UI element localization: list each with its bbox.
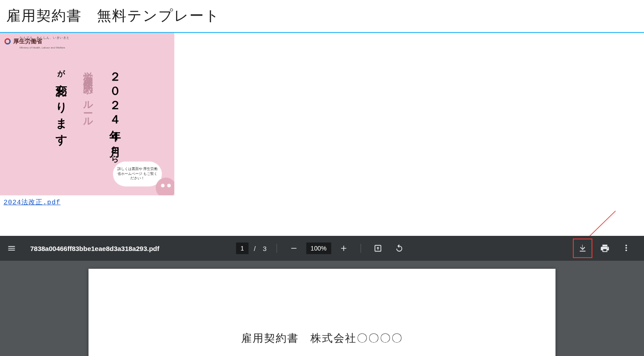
pdf-viewer: 7838a00466ff83bbe1eae8d3a318a293.pdf / 3	[0, 236, 644, 356]
toolbar-center: / 3	[236, 239, 408, 257]
thumbnail-area: 厚生労働省 なんでも、あんしん、いきいきと Ministry of Health…	[0, 33, 644, 206]
more-vert-icon	[621, 243, 631, 253]
speech-bubble: 詳しくは裏面や 厚生労働省ホームページ もご覧ください！	[113, 162, 162, 186]
zoom-in-button[interactable]	[334, 239, 352, 257]
page-title: 雇用契約書 無料テンプレート	[0, 0, 644, 33]
menu-icon	[7, 244, 16, 253]
pdf-download-link[interactable]: 2024法改正.pdf	[4, 198, 60, 206]
more-button[interactable]	[617, 239, 635, 257]
document-title: 雇用契約書 株式会社〇〇〇〇	[89, 331, 555, 345]
rotate-icon	[394, 244, 403, 253]
divider	[276, 244, 277, 253]
zoom-out-button[interactable]	[285, 239, 302, 257]
ministry-subtitle-en: Ministry of Health, Labour and Welfare	[20, 46, 65, 49]
zoom-in-icon	[339, 244, 348, 253]
page-separator: /	[254, 245, 256, 252]
zoom-display[interactable]	[306, 243, 331, 254]
download-highlight	[573, 239, 592, 258]
mascot-icon	[156, 178, 174, 195]
menu-button[interactable]	[3, 239, 20, 257]
fit-page-icon	[373, 244, 382, 253]
print-icon	[600, 243, 610, 253]
rule-column: 労働条件明示のルール	[81, 64, 95, 124]
mhlw-logo-icon	[4, 37, 12, 45]
pdf-filename: 7838a00466ff83bbe1eae8d3a318a293.pdf	[30, 245, 159, 252]
download-button[interactable]	[574, 239, 592, 257]
page-total: 3	[263, 245, 266, 252]
download-icon	[578, 243, 588, 253]
pdf-page: 雇用契約書 株式会社〇〇〇〇	[89, 269, 555, 356]
divider	[360, 244, 361, 253]
page-number-input[interactable]	[236, 243, 249, 254]
ministry-tagline: なんでも、あんしん、いきいきと	[20, 36, 70, 40]
pdf-page-area[interactable]: 雇用契約書 株式会社〇〇〇〇	[0, 261, 644, 356]
print-button[interactable]	[596, 239, 614, 257]
vertical-headline: ２０２４年４月から 労働条件明示のルール が変わります	[53, 64, 123, 159]
year-column: ２０２４年４月から	[107, 64, 123, 159]
fit-page-button[interactable]	[369, 239, 386, 257]
pdf-toolbar: 7838a00466ff83bbe1eae8d3a318a293.pdf / 3	[0, 236, 644, 261]
zoom-out-icon	[289, 244, 298, 253]
pdf-thumbnail[interactable]: 厚生労働省 なんでも、あんしん、いきいきと Ministry of Health…	[0, 33, 174, 195]
change-column: が変わります	[53, 64, 69, 142]
toolbar-right	[573, 239, 635, 258]
rotate-button[interactable]	[390, 239, 408, 257]
